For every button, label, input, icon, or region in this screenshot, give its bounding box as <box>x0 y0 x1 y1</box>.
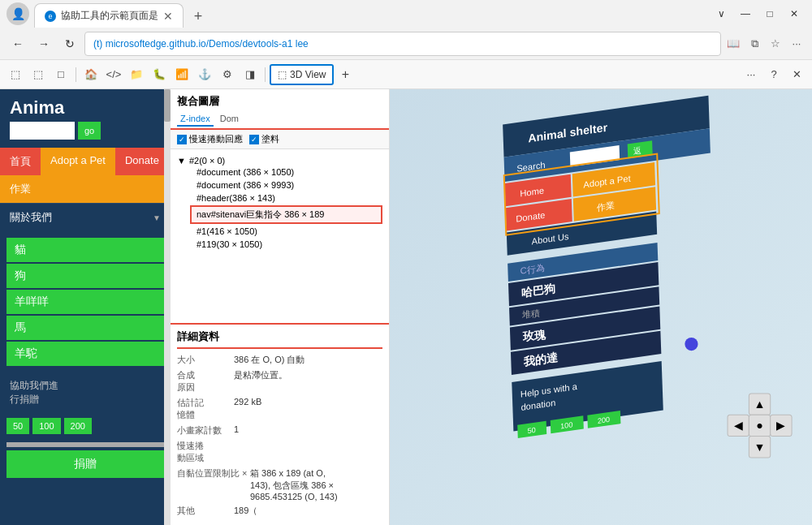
settings-icon[interactable]: ⚙ <box>217 64 238 85</box>
nav-about-button[interactable]: 關於我們 ▼ <box>0 203 171 231</box>
device-icon[interactable]: ⬚ <box>28 64 49 85</box>
nav-donate-button[interactable]: Donate <box>115 148 171 175</box>
donation-slider[interactable] <box>6 442 164 447</box>
close-devtools-button[interactable]: ✕ <box>786 64 807 85</box>
refresh-button[interactable]: ↻ <box>58 32 81 55</box>
donate-button[interactable]: 捐贈 <box>6 450 164 478</box>
tab-dom[interactable]: Dom <box>217 112 242 127</box>
help-text: 協助我們進行捐贈 <box>10 379 161 407</box>
animal-item-sheep[interactable]: 羊咩咩 <box>6 290 164 314</box>
amount-50-button[interactable]: 50 <box>6 418 29 434</box>
site-search-input[interactable] <box>10 122 75 140</box>
more-button[interactable]: ··· <box>788 35 806 53</box>
window-controls: ∨ — □ ✕ <box>710 6 806 22</box>
home-icon[interactable]: 🏠 <box>80 64 102 85</box>
layer-item[interactable]: #1(416 × 1050) <box>190 225 382 238</box>
layer-children: #document (386 × 1050) #document (386 × … <box>190 166 382 251</box>
layer-item[interactable]: #header(386 × 143) <box>190 191 382 204</box>
layer-item[interactable]: #document (386 × 9993) <box>190 179 382 191</box>
bug-icon[interactable]: 🐛 <box>149 64 170 85</box>
nav-work-button[interactable]: 作業 <box>0 175 171 203</box>
profile-icon[interactable]: 👤 <box>6 2 29 25</box>
more-panels-button[interactable]: ··· <box>741 64 762 85</box>
svg-text:▲: ▲ <box>754 398 766 411</box>
back-button[interactable]: ← <box>6 32 29 55</box>
tab-z-index[interactable]: Z-index <box>177 112 214 127</box>
svg-text:▶: ▶ <box>776 419 785 432</box>
nav-home-button[interactable]: 首頁 <box>0 148 41 175</box>
inspect-icon[interactable]: ⬚ <box>5 64 26 85</box>
3d-view-panel: Animal shelter Search 返 Home Adopt a Pet <box>390 89 812 525</box>
details-label-sticky: 自黏位置限制比 × <box>177 467 250 501</box>
title-bar: 👤 e 協助工具的示範頁面是 ✕ + ∨ — □ ✕ <box>0 0 812 28</box>
animal-item-dog[interactable]: 狗 <box>6 264 164 288</box>
amount-100-button[interactable]: 100 <box>32 418 60 434</box>
animal-item-camel[interactable]: 羊駝 <box>6 342 164 366</box>
layer-root-header[interactable]: ▼ #2(0 × 0) <box>177 156 382 166</box>
address-bar: ← → ↻ (t) microsoftedge.github.io/Demos/… <box>0 28 812 60</box>
layer-item-nav[interactable]: nav#sitenavi巨集指令 386 × 189 <box>190 205 382 224</box>
separator-2 <box>265 67 266 82</box>
layers-controls: ✓ 慢速捲動回應 ✓ 塗料 <box>171 130 389 149</box>
details-value-memory: 292 kB <box>234 397 261 421</box>
sources-icon[interactable]: 📁 <box>126 64 147 85</box>
animal-list: 貓 狗 羊咩咩 馬 羊駝 <box>0 231 171 372</box>
forward-button[interactable]: → <box>32 32 55 55</box>
layers-panel-title: 複合圖層 <box>177 94 382 109</box>
restore-button[interactable]: — <box>734 6 757 22</box>
site-header: Anima go <box>0 89 171 148</box>
read-aloud-icon[interactable]: 📖 <box>724 35 742 53</box>
main-content: Anima go 首頁 Adopt a Pet Donate 作業 關於我們 ▼ <box>0 89 812 525</box>
svg-text:返: 返 <box>633 145 641 155</box>
close-window-button[interactable]: ✕ <box>783 6 806 22</box>
network-icon[interactable]: 📶 <box>171 64 192 85</box>
scroll-thumb[interactable] <box>164 89 171 122</box>
elements-icon[interactable]: </> <box>103 64 124 85</box>
details-title: 詳細資料 <box>177 329 219 344</box>
address-input[interactable]: (t) microsoftedge.github.io/Demos/devtoo… <box>84 32 721 56</box>
details-row-other: 其他 189（ <box>177 505 382 517</box>
svg-point-37 <box>685 338 698 351</box>
address-text: (t) microsoftedge.github.io/Demos/devtoo… <box>93 38 309 49</box>
split-screen-icon[interactable]: ⧉ <box>745 35 763 53</box>
layers-icon[interactable]: ◨ <box>240 64 261 85</box>
favorites-icon[interactable]: ☆ <box>767 35 784 53</box>
slow-scroll-label: 慢速捲動回應 <box>189 133 243 145</box>
nav-about-label: 關於我們 <box>10 210 52 225</box>
close-tab-button[interactable]: ✕ <box>163 10 173 23</box>
expand-arrow-icon: ▼ <box>177 156 186 166</box>
performance-icon[interactable]: ⚓ <box>194 64 215 85</box>
details-row-composite: 合成原因 是粘滯位置。 <box>177 369 382 394</box>
details-label-composite: 合成原因 <box>177 369 234 394</box>
details-row-slow-scroll: 慢速捲動區域 <box>177 440 382 464</box>
slow-scroll-control: ✓ 慢速捲動回應 <box>177 133 243 145</box>
paint-checkbox[interactable]: ✓ <box>249 135 259 144</box>
minimize-button[interactable]: ∨ <box>710 6 732 22</box>
devtools-toolbar: ⬚ ⬚ □ 🏠 </> 📁 🐛 📶 ⚓ ⚙ ◨ ⬚ 3D View + ··· … <box>0 60 812 89</box>
animal-item-cat[interactable]: 貓 <box>6 238 164 262</box>
site-search-button[interactable]: go <box>78 122 101 140</box>
nav-adopt-button[interactable]: Adopt a Pet <box>41 148 115 175</box>
donation-amounts: 50 100 200 <box>0 413 171 439</box>
details-value-painters: 1 <box>234 424 239 437</box>
layers-tabs: Z-index Dom <box>177 112 382 127</box>
share-icon[interactable]: □ <box>50 64 71 85</box>
layer-item[interactable]: #119(30 × 1050) <box>190 238 382 251</box>
amount-200-button[interactable]: 200 <box>64 418 92 434</box>
slow-scroll-checkbox[interactable]: ✓ <box>177 135 187 144</box>
scroll-bar[interactable] <box>164 89 171 525</box>
website-preview-panel: Anima go 首頁 Adopt a Pet Donate 作業 關於我們 ▼ <box>0 89 171 525</box>
active-tab[interactable]: e 協助工具的示範頁面是 ✕ <box>34 3 184 28</box>
paint-label: 塗料 <box>261 133 279 145</box>
svg-text:100: 100 <box>560 420 573 430</box>
animal-item-horse[interactable]: 馬 <box>6 316 164 340</box>
maximize-button[interactable]: □ <box>758 6 781 22</box>
new-tab-button[interactable]: + <box>187 5 209 28</box>
3d-view-button[interactable]: ⬚ 3D View <box>270 64 334 85</box>
layer-item[interactable]: #document (386 × 1050) <box>190 166 382 179</box>
browser-window: 👤 e 協助工具的示範頁面是 ✕ + ∨ — □ ✕ ← → ↻ (t) mic… <box>0 0 812 525</box>
help-button[interactable]: ? <box>763 64 784 85</box>
separator-1 <box>76 67 76 82</box>
add-panel-button[interactable]: + <box>335 65 355 84</box>
svg-text:50: 50 <box>528 426 536 435</box>
